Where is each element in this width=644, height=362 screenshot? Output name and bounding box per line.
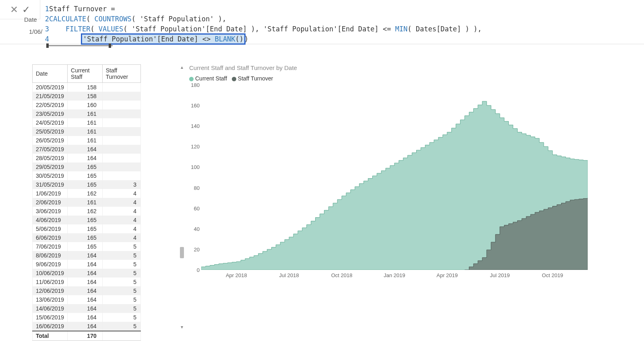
table-row[interactable]: 20/05/2019158 <box>33 83 141 92</box>
formula-bar[interactable]: ✕ ✓ Date 1/06/ 1 2 3 4 Staff Turnover = … <box>0 0 644 44</box>
chart-visual[interactable]: Current Staff and Staff Turnover by Date… <box>177 64 644 362</box>
table-row[interactable]: 5/06/20191654 <box>33 224 141 233</box>
date-slicer-track[interactable] <box>46 45 113 46</box>
slicer-handle-left[interactable] <box>46 43 49 48</box>
col-header-current-staff[interactable]: Current Staff <box>68 65 103 83</box>
selected-expression[interactable]: 'Staff Population'[End Date] <> BLANK() <box>82 35 244 43</box>
table-row[interactable]: 14/06/20191645 <box>33 304 141 313</box>
table-row[interactable]: 21/05/2019158 <box>33 92 141 101</box>
area-chart <box>201 85 588 270</box>
table-row[interactable]: 11/06/20191645 <box>33 278 141 286</box>
table-row[interactable]: 9/06/20191645 <box>33 260 141 269</box>
table-row[interactable]: 4/06/20191654 <box>33 216 141 224</box>
table-row[interactable]: 24/05/2019161 <box>33 118 141 127</box>
table-row[interactable]: 26/05/2019161 <box>33 136 141 145</box>
table-row[interactable]: 30/05/2019165 <box>33 171 141 180</box>
y-axis: 020406080100120140160180 <box>188 85 200 270</box>
table-row[interactable]: 12/06/20191645 <box>33 286 141 295</box>
total-row: Total 170 <box>33 331 141 341</box>
background-header-label: Date <box>24 16 37 23</box>
chart-title: Current Staff and Staff Turnover by Date <box>189 64 628 71</box>
cancel-icon[interactable]: ✕ <box>10 4 18 15</box>
table-row[interactable]: 13/06/20191645 <box>33 295 141 304</box>
col-header-staff-turnover[interactable]: Staff Turnover <box>102 65 140 83</box>
table-row[interactable]: 25/05/2019161 <box>33 127 141 136</box>
legend-marker-current-staff <box>189 77 194 81</box>
table-row[interactable]: 31/05/20191653 <box>33 180 141 189</box>
col-header-date[interactable]: Date <box>33 65 68 83</box>
table-row[interactable]: 22/05/2019160 <box>33 101 141 109</box>
table-row[interactable]: 7/06/20191655 <box>33 242 141 251</box>
chart-legend: Current Staff Staff Turnover <box>189 75 628 82</box>
commit-icon[interactable]: ✓ <box>22 4 30 15</box>
table-row[interactable]: 15/06/20191645 <box>33 313 141 322</box>
background-date-value: 1/06/ <box>29 28 42 35</box>
slicer-handle-right[interactable] <box>109 43 111 48</box>
table-row[interactable]: 8/06/20191645 <box>33 251 141 260</box>
table-row[interactable]: 1/06/20191624 <box>33 189 141 198</box>
table-row[interactable]: 27/05/2019164 <box>33 145 141 154</box>
x-axis: Apr 2018Jul 2018Oct 2018Jan 2019Apr 2019… <box>201 272 588 280</box>
table-row[interactable]: 28/05/2019164 <box>33 154 141 162</box>
data-table-visual[interactable]: Date Current Staff Staff Turnover 20/05/… <box>32 64 177 362</box>
dax-editor[interactable]: Staff Turnover = CALCULATE( COUNTROWS( '… <box>49 0 644 44</box>
table-row[interactable]: 29/05/2019165 <box>33 162 141 171</box>
table-row[interactable]: 16/06/20191645 <box>33 322 141 331</box>
table-row[interactable]: 10/06/20191645 <box>33 269 141 278</box>
table-row[interactable]: 6/06/20191654 <box>33 233 141 242</box>
table-row[interactable]: 3/06/20191624 <box>33 207 141 216</box>
table-row[interactable]: 2/06/20191614 <box>33 198 141 207</box>
table-row[interactable]: 23/05/2019161 <box>33 109 141 118</box>
data-table: Date Current Staff Staff Turnover 20/05/… <box>32 64 141 341</box>
line-gutter: 1 2 3 4 <box>40 0 49 44</box>
legend-marker-staff-turnover <box>232 77 236 81</box>
